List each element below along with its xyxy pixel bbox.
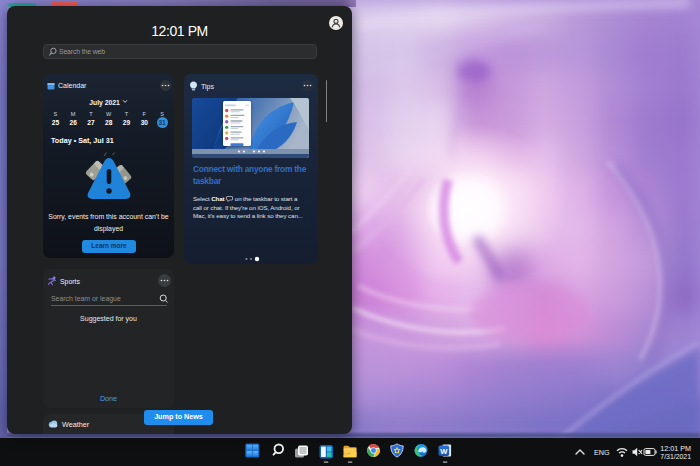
svg-text:ENG: ENG [594, 448, 610, 457]
svg-text:7/31/2021: 7/31/2021 [660, 453, 691, 460]
svg-text:12:01 PM: 12:01 PM [660, 444, 691, 453]
svg-text:W: W [440, 447, 448, 456]
